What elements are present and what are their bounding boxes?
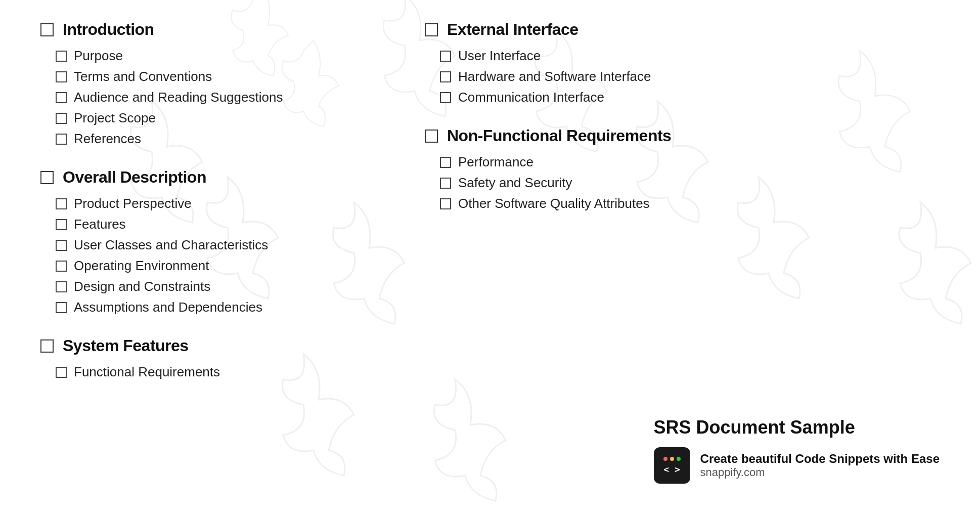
product-perspective-label: Product Perspective — [74, 196, 192, 211]
list-item: Design and Constraints — [56, 279, 364, 294]
section-system-features-title: System Features — [63, 336, 189, 355]
promo-sub-text: snappify.com — [700, 466, 940, 479]
checkbox-other-quality[interactable] — [440, 198, 451, 209]
section-system-features-header: System Features — [40, 336, 364, 355]
promo-title: SRS Document Sample — [654, 417, 940, 438]
safety-security-label: Safety and Security — [458, 175, 572, 191]
section-external-interface-title: External Interface — [447, 20, 578, 39]
section-external-interface: External Interface User Interface Hardwa… — [425, 20, 940, 105]
overall-description-sub-items: Product Perspective Features User Classe… — [40, 196, 364, 315]
other-quality-label: Other Software Quality Attributes — [458, 196, 650, 211]
functional-requirements-label: Functional Requirements — [74, 364, 220, 380]
checkbox-introduction[interactable] — [40, 23, 54, 36]
checkbox-operating-environment[interactable] — [56, 261, 67, 272]
user-interface-label: User Interface — [458, 48, 541, 64]
list-item: Terms and Conventions — [56, 69, 364, 84]
project-scope-label: Project Scope — [74, 110, 156, 126]
promo-card[interactable]: < > Create beautiful Code Snippets with … — [654, 447, 940, 484]
performance-label: Performance — [458, 154, 533, 170]
left-column: Introduction Purpose Terms and Conventio… — [40, 20, 384, 401]
promo-main-text: Create beautiful Code Snippets with Ease — [700, 452, 940, 466]
terms-label: Terms and Conventions — [74, 69, 212, 84]
design-constraints-label: Design and Constraints — [74, 279, 210, 294]
assumptions-label: Assumptions and Dependencies — [74, 299, 262, 315]
references-label: References — [74, 131, 141, 147]
dot-yellow — [670, 457, 674, 461]
introduction-sub-items: Purpose Terms and Conventions Audience a… — [40, 48, 364, 147]
checkbox-project-scope[interactable] — [56, 113, 67, 124]
operating-environment-label: Operating Environment — [74, 258, 209, 274]
list-item: Purpose — [56, 48, 364, 64]
promo-text-block: Create beautiful Code Snippets with Ease… — [700, 452, 940, 479]
promo-section: SRS Document Sample < > Create beautiful… — [654, 417, 940, 484]
hardware-software-label: Hardware and Software Interface — [458, 69, 651, 84]
section-overall-description-title: Overall Description — [63, 168, 206, 187]
list-item: Functional Requirements — [56, 364, 364, 380]
checkbox-design-constraints[interactable] — [56, 281, 67, 292]
list-item: Hardware and Software Interface — [440, 69, 940, 84]
section-system-features: System Features Functional Requirements — [40, 336, 364, 380]
checkbox-non-functional[interactable] — [425, 130, 438, 143]
checkbox-product-perspective[interactable] — [56, 198, 67, 209]
section-external-interface-header: External Interface — [425, 20, 940, 39]
user-classes-label: User Classes and Characteristics — [74, 237, 268, 253]
section-overall-description-header: Overall Description — [40, 168, 364, 187]
checkbox-system-features[interactable] — [40, 339, 54, 353]
dot-green — [677, 457, 681, 461]
checkbox-hardware-software[interactable] — [440, 71, 451, 82]
section-non-functional-title: Non-Functional Requirements — [447, 126, 671, 145]
list-item: User Interface — [440, 48, 940, 64]
list-item: References — [56, 131, 364, 147]
traffic-light-dots — [663, 457, 681, 461]
communication-interface-label: Communication Interface — [458, 90, 604, 105]
checkbox-assumptions[interactable] — [56, 302, 67, 313]
features-label: Features — [74, 217, 126, 232]
list-item: Project Scope — [56, 110, 364, 126]
section-introduction-header: Introduction — [40, 20, 364, 39]
main-content: Introduction Purpose Terms and Conventio… — [0, 0, 980, 421]
section-non-functional: Non-Functional Requirements Performance … — [425, 126, 940, 211]
section-non-functional-header: Non-Functional Requirements — [425, 126, 940, 145]
checkbox-overall-description[interactable] — [40, 171, 54, 184]
list-item: User Classes and Characteristics — [56, 237, 364, 253]
audience-label: Audience and Reading Suggestions — [74, 90, 283, 105]
checkbox-terms[interactable] — [56, 71, 67, 82]
system-features-sub-items: Functional Requirements — [40, 364, 364, 380]
list-item: Audience and Reading Suggestions — [56, 90, 364, 105]
snappify-icon: < > — [654, 447, 690, 484]
checkbox-external-interface[interactable] — [425, 23, 438, 36]
checkbox-references[interactable] — [56, 134, 67, 145]
checkbox-audience[interactable] — [56, 92, 67, 103]
checkbox-communication-interface[interactable] — [440, 92, 451, 103]
section-introduction-title: Introduction — [63, 20, 154, 39]
non-functional-sub-items: Performance Safety and Security Other So… — [425, 154, 940, 211]
list-item: Other Software Quality Attributes — [440, 196, 940, 211]
list-item: Communication Interface — [440, 90, 940, 105]
list-item: Operating Environment — [56, 258, 364, 274]
checkbox-user-interface[interactable] — [440, 51, 451, 62]
purpose-label: Purpose — [74, 48, 123, 64]
checkbox-safety-security[interactable] — [440, 178, 451, 189]
list-item: Features — [56, 217, 364, 232]
code-brackets: < > — [663, 464, 680, 475]
dot-red — [663, 457, 667, 461]
external-interface-sub-items: User Interface Hardware and Software Int… — [425, 48, 940, 105]
list-item: Assumptions and Dependencies — [56, 299, 364, 315]
checkbox-performance[interactable] — [440, 157, 451, 168]
list-item: Performance — [440, 154, 940, 170]
promo-icon-inner: < > — [663, 457, 681, 475]
right-column: External Interface User Interface Hardwa… — [384, 20, 940, 401]
checkbox-user-classes[interactable] — [56, 240, 67, 251]
checkbox-purpose[interactable] — [56, 51, 67, 62]
section-overall-description: Overall Description Product Perspective … — [40, 168, 364, 315]
checkbox-functional-requirements[interactable] — [56, 367, 67, 378]
list-item: Safety and Security — [440, 175, 940, 191]
list-item: Product Perspective — [56, 196, 364, 211]
checkbox-features[interactable] — [56, 219, 67, 230]
section-introduction: Introduction Purpose Terms and Conventio… — [40, 20, 364, 147]
